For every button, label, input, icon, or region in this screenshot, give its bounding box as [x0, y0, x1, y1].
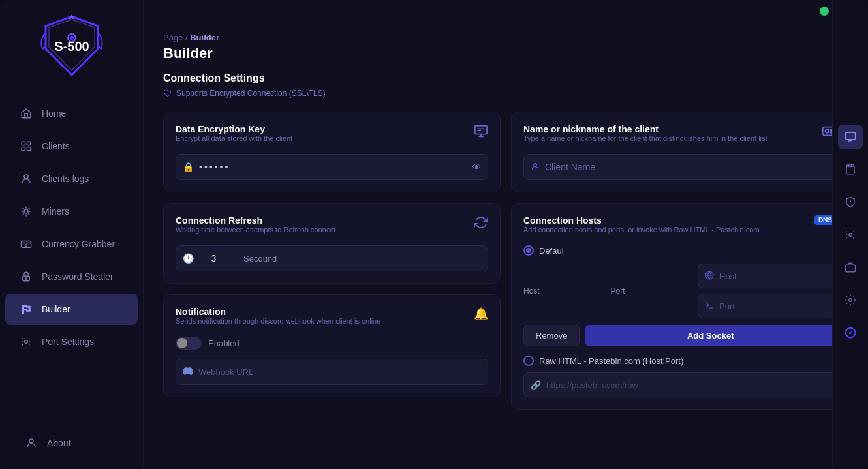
- password-stealer-icon: [18, 269, 34, 284]
- raw-html-radio[interactable]: [523, 356, 534, 366]
- svg-rect-6: [22, 142, 25, 145]
- client-name-card: Name or nickname of the client Type a na…: [511, 112, 848, 192]
- client-name-input[interactable]: [545, 162, 829, 172]
- sidebar-label-password-stealer: Password Stealer: [42, 271, 114, 282]
- logo-svg: S-500: [39, 13, 104, 78]
- sidebar-item-clients-logs[interactable]: Clients logs: [5, 163, 138, 194]
- breadcrumb-current: Builder: [190, 33, 219, 42]
- refresh-card: Connection Refresh Waiting time between …: [163, 203, 501, 284]
- port-input[interactable]: [719, 301, 829, 311]
- port-settings-icon: [18, 334, 34, 350]
- port-col-label: Port: [611, 286, 693, 295]
- client-name-header: Name or nickname of the client Type a na…: [523, 124, 836, 151]
- webhook-input[interactable]: [198, 367, 481, 377]
- main-content: Page / Builder Builder Connection Settin…: [144, 0, 868, 469]
- notification-desc: Sends notification through discord webho…: [176, 317, 380, 325]
- sidebar-label-currency-grabber: Currency Grabber: [42, 239, 115, 249]
- encryption-title: Data Encryption Key: [176, 124, 292, 134]
- sidebar-label-port-settings: Port Settings: [42, 337, 94, 347]
- webhook-input-wrap: [176, 359, 488, 385]
- svg-point-32: [849, 298, 852, 301]
- rt-gear-icon[interactable]: [838, 288, 863, 312]
- svg-rect-8: [22, 147, 25, 151]
- rt-shield-icon[interactable]: [838, 190, 863, 215]
- breadcrumb-parent: Page /: [163, 33, 188, 42]
- svg-point-13: [25, 245, 27, 247]
- svg-point-17: [29, 439, 33, 443]
- svg-rect-9: [27, 147, 31, 151]
- host-input-wrap: [698, 264, 836, 288]
- cards-grid: Data Encryption Key Encrypt all data sto…: [163, 112, 848, 410]
- nav-bottom: About: [0, 417, 143, 469]
- sidebar-label-builder: Builder: [42, 304, 70, 314]
- globe-icon: [705, 271, 714, 282]
- logo-area: S-500: [33, 7, 111, 85]
- sidebar-item-password-stealer[interactable]: Password Stealer: [5, 261, 138, 292]
- svg-rect-24: [846, 132, 856, 140]
- sidebar-item-miners[interactable]: Miners: [5, 196, 138, 227]
- rt-briefcase-icon[interactable]: [838, 255, 863, 280]
- rt-clipboard-icon[interactable]: [838, 157, 863, 182]
- svg-rect-27: [846, 166, 854, 174]
- nav-items: Home Clients Clients logs: [0, 98, 143, 417]
- miners-icon: [18, 204, 34, 219]
- right-toolbar: [832, 0, 868, 469]
- notification-toggle[interactable]: [176, 337, 202, 350]
- default-radio-row: Defaul: [523, 245, 836, 256]
- client-name-title: Name or nickname of the client: [523, 124, 767, 134]
- toggle-label: Enabled: [208, 339, 240, 348]
- sidebar-label-clients: Clients: [42, 141, 70, 151]
- builder-icon: [18, 301, 34, 317]
- lock-icon: 🔒: [183, 162, 194, 172]
- eye-icon[interactable]: 👁: [472, 162, 481, 172]
- sidebar-item-builder[interactable]: Builder: [5, 294, 138, 325]
- hosts-desc: Add connection hosts and ports, or invok…: [523, 226, 760, 234]
- sidebar-item-port-settings[interactable]: Port Settings: [5, 326, 138, 357]
- refresh-card-header: Connection Refresh Waiting time between …: [176, 215, 488, 243]
- sidebar-item-home[interactable]: Home: [5, 98, 138, 129]
- encryption-input[interactable]: [199, 162, 467, 172]
- default-radio[interactable]: [523, 245, 534, 256]
- window-control-green[interactable]: [820, 7, 829, 16]
- refresh-input[interactable]: [199, 253, 238, 264]
- rt-check-icon[interactable]: [838, 320, 863, 345]
- paste-input-wrap: 🔗: [523, 372, 836, 397]
- right-column: Name or nickname of the client Type a na…: [511, 112, 848, 410]
- svg-point-5: [70, 36, 74, 40]
- host-port-table: Host Port: [523, 264, 836, 318]
- paste-input[interactable]: [546, 380, 829, 390]
- svg-point-15: [25, 278, 27, 279]
- left-column: Data Encryption Key Encrypt all data sto…: [163, 112, 501, 410]
- svg-point-16: [25, 340, 28, 344]
- remove-button[interactable]: Remove: [523, 325, 580, 346]
- add-socket-button[interactable]: Add Socket: [585, 325, 836, 346]
- sidebar-label-about: About: [47, 438, 71, 448]
- notification-card-header: Notification Sends notification through …: [176, 307, 488, 334]
- titlebar: [144, 0, 868, 22]
- currency-grabber-icon: [18, 236, 34, 252]
- rt-monitor-icon[interactable]: [838, 125, 863, 149]
- refresh-title: Connection Refresh: [176, 215, 335, 226]
- encryption-input-wrap: 🔒 👁: [176, 154, 488, 180]
- socket-inputs: [698, 264, 836, 318]
- refresh-input-wrap: 🕐 Secound: [176, 245, 488, 271]
- sidebar-item-about[interactable]: About: [10, 427, 132, 459]
- breadcrumb: Page / Builder: [163, 33, 848, 42]
- rt-settings-icon[interactable]: [838, 222, 863, 247]
- encryption-desc: Encrypt all data stored with the client: [176, 134, 292, 142]
- svg-point-21: [534, 163, 537, 166]
- notification-title: Notification: [176, 307, 380, 317]
- clients-icon: [18, 138, 34, 154]
- sidebar-item-clients[interactable]: Clients: [5, 130, 138, 162]
- discord-icon: [183, 366, 193, 378]
- host-input[interactable]: [719, 271, 829, 281]
- clock-icon: 🕐: [183, 253, 194, 264]
- app-window: S-500 Home: [0, 0, 868, 469]
- client-name-input-wrap: [523, 154, 836, 180]
- section-subtitle: 🛡 Supports Encrypted Connection (SSL\TLS…: [163, 88, 848, 98]
- svg-point-11: [24, 209, 28, 213]
- refresh-desc: Waiting time between attempts to Refresh…: [176, 226, 335, 234]
- sidebar-item-currency-grabber[interactable]: Currency Grabber: [5, 228, 138, 260]
- terminal-icon: [705, 301, 714, 312]
- sidebar-label-clients-logs: Clients logs: [42, 174, 89, 184]
